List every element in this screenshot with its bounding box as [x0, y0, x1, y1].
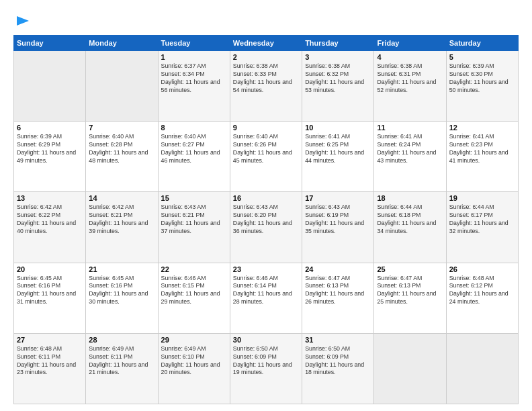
- calendar-cell: 26Sunrise: 6:48 AM Sunset: 6:12 PM Dayli…: [446, 263, 518, 333]
- calendar-cell: 12Sunrise: 6:41 AM Sunset: 6:23 PM Dayli…: [446, 122, 518, 192]
- calendar-cell: 16Sunrise: 6:43 AM Sunset: 6:20 PM Dayli…: [230, 192, 302, 263]
- day-number: 5: [449, 53, 515, 61]
- calendar-header-thursday: Thursday: [302, 36, 374, 51]
- calendar-header-row: SundayMondayTuesdayWednesdayThursdayFrid…: [14, 36, 519, 51]
- svg-marker-0: [17, 16, 29, 26]
- day-number: 12: [449, 124, 515, 132]
- calendar-cell: 9Sunrise: 6:40 AM Sunset: 6:26 PM Daylig…: [230, 122, 302, 192]
- calendar-cell: 6Sunrise: 6:39 AM Sunset: 6:29 PM Daylig…: [14, 122, 86, 192]
- day-info: Sunrise: 6:45 AM Sunset: 6:16 PM Dayligh…: [89, 275, 154, 307]
- day-number: 19: [449, 194, 515, 202]
- calendar-cell: 19Sunrise: 6:44 AM Sunset: 6:17 PM Dayli…: [446, 192, 518, 263]
- day-info: Sunrise: 6:40 AM Sunset: 6:27 PM Dayligh…: [161, 133, 227, 165]
- day-info: Sunrise: 6:38 AM Sunset: 6:31 PM Dayligh…: [377, 62, 443, 95]
- day-number: 6: [17, 124, 83, 132]
- calendar-cell: 10Sunrise: 6:41 AM Sunset: 6:25 PM Dayli…: [302, 122, 374, 192]
- day-number: 26: [449, 265, 515, 273]
- day-number: 10: [305, 124, 371, 132]
- calendar-cell: 20Sunrise: 6:45 AM Sunset: 6:16 PM Dayli…: [14, 263, 86, 333]
- calendar-cell: 1Sunrise: 6:37 AM Sunset: 6:34 PM Daylig…: [158, 51, 230, 122]
- calendar-cell: [86, 51, 158, 122]
- day-info: Sunrise: 6:49 AM Sunset: 6:10 PM Dayligh…: [161, 345, 227, 377]
- calendar-cell: 2Sunrise: 6:38 AM Sunset: 6:33 PM Daylig…: [230, 51, 302, 122]
- day-info: Sunrise: 6:47 AM Sunset: 6:13 PM Dayligh…: [305, 275, 371, 307]
- calendar-cell: 31Sunrise: 6:50 AM Sunset: 6:09 PM Dayli…: [302, 333, 374, 404]
- calendar-cell: 11Sunrise: 6:41 AM Sunset: 6:24 PM Dayli…: [374, 122, 446, 192]
- calendar-week-row: 1Sunrise: 6:37 AM Sunset: 6:34 PM Daylig…: [14, 51, 519, 122]
- day-info: Sunrise: 6:46 AM Sunset: 6:15 PM Dayligh…: [161, 275, 227, 307]
- calendar-cell: 23Sunrise: 6:46 AM Sunset: 6:14 PM Dayli…: [230, 263, 302, 333]
- calendar-header-sunday: Sunday: [14, 36, 86, 51]
- day-info: Sunrise: 6:43 AM Sunset: 6:21 PM Dayligh…: [161, 203, 227, 236]
- day-info: Sunrise: 6:40 AM Sunset: 6:28 PM Dayligh…: [89, 133, 154, 165]
- calendar-header-friday: Friday: [374, 36, 446, 51]
- day-info: Sunrise: 6:43 AM Sunset: 6:19 PM Dayligh…: [305, 203, 371, 236]
- day-info: Sunrise: 6:41 AM Sunset: 6:24 PM Dayligh…: [377, 133, 443, 165]
- day-number: 21: [89, 265, 154, 273]
- day-number: 11: [377, 124, 443, 132]
- page: SundayMondayTuesdayWednesdayThursdayFrid…: [0, 0, 532, 411]
- calendar-cell: 25Sunrise: 6:47 AM Sunset: 6:13 PM Dayli…: [374, 263, 446, 333]
- day-info: Sunrise: 6:44 AM Sunset: 6:18 PM Dayligh…: [377, 203, 443, 236]
- day-info: Sunrise: 6:50 AM Sunset: 6:09 PM Dayligh…: [233, 345, 299, 377]
- day-info: Sunrise: 6:46 AM Sunset: 6:14 PM Dayligh…: [233, 275, 299, 307]
- calendar-header-tuesday: Tuesday: [158, 36, 230, 51]
- calendar-table: SundayMondayTuesdayWednesdayThursdayFrid…: [13, 35, 519, 404]
- day-number: 8: [161, 124, 227, 132]
- day-number: 29: [161, 336, 227, 344]
- day-number: 4: [377, 53, 443, 61]
- calendar-cell: [446, 333, 518, 404]
- day-number: 25: [377, 265, 443, 273]
- day-number: 3: [305, 53, 371, 61]
- logo-arrow-icon: [17, 15, 29, 27]
- logo: [13, 11, 29, 30]
- calendar-cell: 18Sunrise: 6:44 AM Sunset: 6:18 PM Dayli…: [374, 192, 446, 263]
- day-info: Sunrise: 6:39 AM Sunset: 6:30 PM Dayligh…: [449, 62, 515, 95]
- day-info: Sunrise: 6:37 AM Sunset: 6:34 PM Dayligh…: [161, 62, 227, 95]
- day-info: Sunrise: 6:42 AM Sunset: 6:22 PM Dayligh…: [17, 203, 83, 236]
- calendar-week-row: 20Sunrise: 6:45 AM Sunset: 6:16 PM Dayli…: [14, 263, 519, 333]
- day-info: Sunrise: 6:38 AM Sunset: 6:32 PM Dayligh…: [305, 62, 371, 95]
- day-number: 2: [233, 53, 299, 61]
- day-info: Sunrise: 6:48 AM Sunset: 6:11 PM Dayligh…: [17, 345, 83, 377]
- day-number: 30: [233, 336, 299, 344]
- calendar-cell: 7Sunrise: 6:40 AM Sunset: 6:28 PM Daylig…: [86, 122, 158, 192]
- day-number: 31: [305, 336, 371, 344]
- calendar-week-row: 13Sunrise: 6:42 AM Sunset: 6:22 PM Dayli…: [14, 192, 519, 263]
- calendar-header-wednesday: Wednesday: [230, 36, 302, 51]
- day-number: 15: [161, 194, 227, 202]
- calendar-cell: 8Sunrise: 6:40 AM Sunset: 6:27 PM Daylig…: [158, 122, 230, 192]
- day-info: Sunrise: 6:50 AM Sunset: 6:09 PM Dayligh…: [305, 345, 371, 377]
- calendar-cell: [374, 333, 446, 404]
- calendar-cell: 3Sunrise: 6:38 AM Sunset: 6:32 PM Daylig…: [302, 51, 374, 122]
- day-info: Sunrise: 6:43 AM Sunset: 6:20 PM Dayligh…: [233, 203, 299, 236]
- day-info: Sunrise: 6:40 AM Sunset: 6:26 PM Dayligh…: [233, 133, 299, 165]
- calendar-cell: 17Sunrise: 6:43 AM Sunset: 6:19 PM Dayli…: [302, 192, 374, 263]
- day-number: 28: [89, 336, 154, 344]
- day-number: 1: [161, 53, 227, 61]
- day-info: Sunrise: 6:41 AM Sunset: 6:25 PM Dayligh…: [305, 133, 371, 165]
- calendar-cell: 14Sunrise: 6:42 AM Sunset: 6:21 PM Dayli…: [86, 192, 158, 263]
- day-info: Sunrise: 6:38 AM Sunset: 6:33 PM Dayligh…: [233, 62, 299, 95]
- calendar-cell: 30Sunrise: 6:50 AM Sunset: 6:09 PM Dayli…: [230, 333, 302, 404]
- day-number: 20: [17, 265, 83, 273]
- day-number: 23: [233, 265, 299, 273]
- day-number: 18: [377, 194, 443, 202]
- day-info: Sunrise: 6:48 AM Sunset: 6:12 PM Dayligh…: [449, 275, 515, 307]
- day-number: 27: [17, 336, 83, 344]
- day-info: Sunrise: 6:49 AM Sunset: 6:11 PM Dayligh…: [89, 345, 154, 377]
- calendar-cell: 4Sunrise: 6:38 AM Sunset: 6:31 PM Daylig…: [374, 51, 446, 122]
- calendar-header-monday: Monday: [86, 36, 158, 51]
- day-number: 16: [233, 194, 299, 202]
- day-info: Sunrise: 6:42 AM Sunset: 6:21 PM Dayligh…: [89, 203, 154, 236]
- calendar-week-row: 6Sunrise: 6:39 AM Sunset: 6:29 PM Daylig…: [14, 122, 519, 192]
- day-number: 9: [233, 124, 299, 132]
- day-info: Sunrise: 6:39 AM Sunset: 6:29 PM Dayligh…: [17, 133, 83, 165]
- calendar-cell: 24Sunrise: 6:47 AM Sunset: 6:13 PM Dayli…: [302, 263, 374, 333]
- calendar-cell: 5Sunrise: 6:39 AM Sunset: 6:30 PM Daylig…: [446, 51, 518, 122]
- calendar-cell: 28Sunrise: 6:49 AM Sunset: 6:11 PM Dayli…: [86, 333, 158, 404]
- day-info: Sunrise: 6:41 AM Sunset: 6:23 PM Dayligh…: [449, 133, 515, 165]
- day-info: Sunrise: 6:45 AM Sunset: 6:16 PM Dayligh…: [17, 275, 83, 307]
- calendar-cell: 29Sunrise: 6:49 AM Sunset: 6:10 PM Dayli…: [158, 333, 230, 404]
- day-number: 14: [89, 194, 154, 202]
